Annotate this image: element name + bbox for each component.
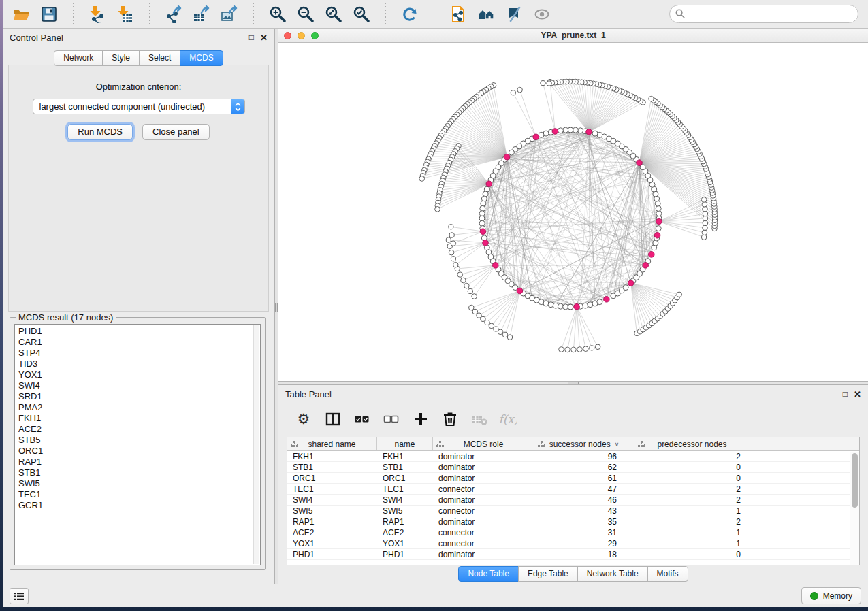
network-graph[interactable] — [278, 43, 868, 381]
table-row[interactable]: SWI4SWI4dominator462 — [287, 495, 859, 506]
network-canvas[interactable] — [278, 43, 868, 381]
table-row[interactable]: ACE2ACE2connector311 — [287, 527, 859, 538]
mcds-node-item[interactable]: SWI4 — [15, 380, 253, 391]
mcds-node-item[interactable]: ACE2 — [15, 424, 253, 435]
close-window-icon[interactable] — [284, 32, 291, 39]
cell-MCDS-role: connector — [433, 506, 534, 516]
column-header-successor-nodes[interactable]: successor nodes∨ — [534, 437, 634, 450]
open-file-icon[interactable] — [11, 4, 31, 24]
tab-motifs[interactable]: Motifs — [647, 566, 688, 582]
save-session-icon[interactable] — [39, 4, 59, 24]
mcds-node-item[interactable]: GCR1 — [15, 500, 253, 511]
toolbar-separator — [149, 3, 150, 26]
optimization-criterion-label: Optimization criterion: — [9, 82, 268, 92]
mcds-node-item[interactable]: STB5 — [15, 435, 253, 446]
table-row[interactable]: TEC1TEC1connector472 — [287, 484, 859, 495]
new-network-from-selection-icon[interactable] — [448, 4, 468, 24]
mcds-node-item[interactable]: RAP1 — [15, 457, 253, 467]
close-table-panel-icon[interactable]: ✕ — [854, 390, 861, 399]
table-row[interactable]: PHD1PHD1dominator180 — [287, 549, 859, 560]
run-mcds-button[interactable]: Run MCDS — [67, 124, 133, 140]
mcds-list-scrollbar[interactable] — [253, 325, 259, 564]
zoom-selected-icon[interactable] — [351, 4, 372, 24]
scrollbar-thumb[interactable] — [852, 453, 858, 508]
node-table-scrollbar[interactable] — [850, 452, 859, 565]
tab-style[interactable]: Style — [102, 50, 140, 66]
tab-node-table[interactable]: Node Table — [458, 566, 519, 582]
tab-select[interactable]: Select — [139, 50, 180, 66]
export-network-icon[interactable] — [163, 4, 184, 24]
mcds-node-item[interactable]: SWI5 — [15, 478, 253, 489]
cell-shared-name: FKH1 — [287, 451, 377, 461]
mcds-node-item[interactable]: STP4 — [15, 348, 253, 359]
memory-label: Memory — [823, 591, 852, 601]
cell-name: SWI5 — [377, 506, 433, 516]
panels-menu-button[interactable] — [10, 588, 29, 604]
tab-network-table[interactable]: Network Table — [577, 566, 648, 582]
cell-successor-nodes: 61 — [534, 473, 634, 483]
table-row[interactable]: STB1STB1dominator620 — [287, 462, 859, 473]
zoom-fit-icon[interactable] — [323, 4, 344, 24]
memory-button[interactable]: Memory — [801, 587, 861, 604]
hide-selected-icon[interactable] — [504, 4, 524, 24]
minimize-window-icon[interactable] — [298, 32, 305, 39]
cell-successor-nodes: 43 — [534, 506, 634, 516]
search-input[interactable] — [669, 5, 858, 23]
tab-edge-table[interactable]: Edge Table — [518, 566, 578, 582]
import-table-icon[interactable] — [115, 4, 135, 24]
tab-network[interactable]: Network — [54, 50, 103, 66]
zoom-out-icon[interactable] — [295, 4, 316, 24]
cell-shared-name: YOX1 — [287, 538, 377, 548]
show-all-icon[interactable] — [532, 4, 552, 24]
column-header-shared-name[interactable]: shared name — [287, 437, 377, 450]
refresh-view-icon[interactable] — [400, 4, 420, 24]
table-row[interactable]: YOX1YOX1connector291 — [287, 538, 859, 549]
criterion-dropdown[interactable]: largest connected component (undirected) — [33, 99, 245, 114]
mcds-node-item[interactable]: YOX1 — [15, 369, 253, 380]
mcds-node-item[interactable]: FKH1 — [15, 413, 253, 424]
create-column-icon[interactable] — [412, 410, 430, 428]
close-panel-button[interactable]: Close panel — [142, 124, 210, 140]
mcds-node-item[interactable]: STB1 — [15, 467, 253, 478]
mcds-node-item[interactable]: PMA2 — [15, 402, 253, 413]
deselect-all-rows-icon[interactable] — [383, 410, 400, 428]
mcds-node-item[interactable]: PHD1 — [15, 326, 253, 337]
mcds-result-title: MCDS result (17 nodes) — [16, 312, 116, 323]
cell-shared-name: TEC1 — [287, 484, 377, 494]
select-all-rows-icon[interactable] — [353, 410, 371, 428]
mcds-node-item[interactable]: TID3 — [15, 359, 253, 369]
column-header-predecessor-nodes[interactable]: predecessor nodes — [634, 437, 750, 450]
table-row[interactable]: FKH1FKH1dominator962 — [287, 451, 859, 462]
cell-predecessor-nodes: 0 — [634, 549, 750, 559]
tab-mcds[interactable]: MCDS — [180, 50, 223, 66]
mcds-node-item[interactable]: CAR1 — [15, 337, 253, 348]
table-row[interactable]: RAP1RAP1dominator352 — [287, 516, 859, 527]
mcds-node-item[interactable]: TEC1 — [15, 489, 253, 500]
float-table-panel-icon[interactable]: □ — [843, 390, 848, 399]
column-header-MCDS-role[interactable]: MCDS role — [433, 437, 534, 450]
horizontal-splitter-grip[interactable] — [568, 382, 579, 384]
table-row[interactable]: ORC1ORC1dominator610 — [287, 473, 859, 484]
mcds-node-item[interactable]: SRD1 — [15, 391, 253, 402]
vertical-splitter-grip[interactable] — [275, 303, 278, 312]
table-settings-icon[interactable]: ⚙ — [295, 410, 312, 428]
cell-successor-nodes: 96 — [534, 451, 634, 461]
cell-predecessor-nodes: 2 — [634, 516, 750, 527]
close-panel-icon[interactable]: ✕ — [260, 33, 268, 42]
export-table-icon[interactable] — [191, 4, 212, 24]
import-network-icon[interactable] — [87, 4, 108, 24]
cell-name: TEC1 — [377, 484, 433, 494]
column-header-name[interactable]: name — [377, 437, 433, 450]
zoom-in-icon[interactable] — [268, 4, 288, 24]
table-row[interactable]: SWI5SWI5connector431 — [287, 506, 859, 516]
network-view-title: YPA_prune.txt_1 — [541, 31, 605, 40]
delete-columns-icon[interactable] — [441, 410, 459, 428]
toggle-columns-icon[interactable] — [324, 410, 342, 428]
float-panel-icon[interactable]: □ — [249, 33, 254, 42]
search-box — [669, 5, 858, 23]
export-image-icon[interactable] — [219, 4, 240, 24]
mcds-tab-content: Optimization criterion: largest connecte… — [8, 65, 269, 312]
mcds-node-item[interactable]: ORC1 — [15, 446, 253, 457]
first-neighbors-icon[interactable] — [476, 4, 496, 24]
maximize-window-icon[interactable] — [311, 32, 319, 39]
